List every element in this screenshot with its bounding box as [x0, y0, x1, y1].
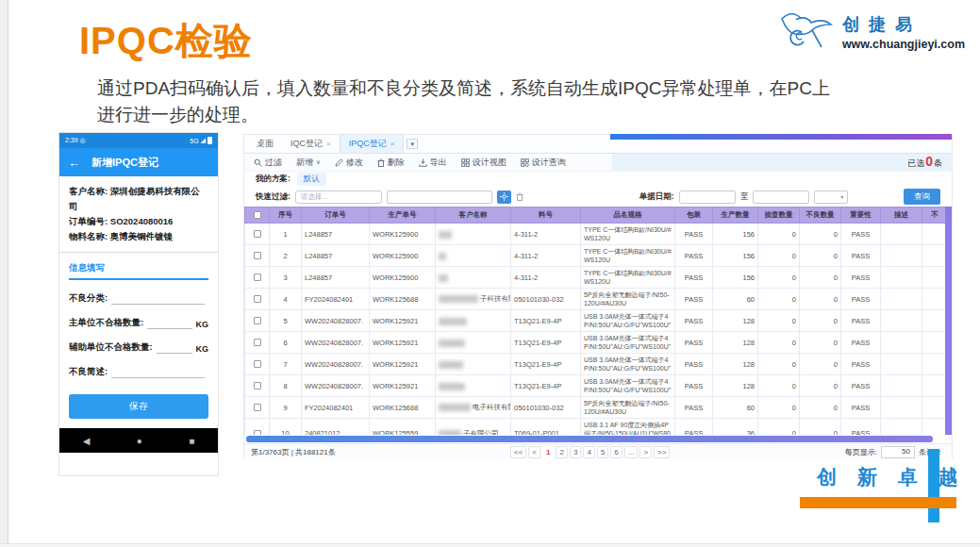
export-button[interactable]: 导出 [419, 157, 447, 169]
cell-spec: 5P反向全塑无翻边端子/NI50-120U/#AU30U [581, 289, 675, 310]
page-button[interactable]: 3 [570, 446, 581, 458]
page-size-input[interactable]: 50 [881, 446, 915, 458]
info-line: 订单编号: SO2024080016 [69, 214, 208, 229]
page-button[interactable]: 1 [542, 446, 554, 458]
cell-clipped [922, 354, 948, 375]
cell-order-no: L248857 [302, 245, 370, 267]
row-checkbox[interactable] [254, 295, 261, 303]
tab-item[interactable]: IQC登记× [282, 135, 340, 153]
table-row: 9FY2024082401WORK125688电子科技有限050101030-0… [245, 397, 948, 419]
row-checkbox[interactable] [254, 317, 261, 324]
delete-button[interactable]: 删除 [377, 157, 405, 169]
quick-filter-select[interactable]: 请选择... [295, 191, 382, 204]
cell-pack: PASS [675, 224, 713, 245]
redacted-customer-blur [439, 295, 478, 303]
row-checkbox[interactable] [254, 404, 261, 411]
cell-desc [881, 224, 922, 245]
toolbar: 过滤新增∨修改删除导出设计视图设计查询 已选0条 [244, 154, 952, 172]
date-preset-select[interactable]: ▾ [814, 191, 848, 204]
select-all-checkbox[interactable] [254, 211, 261, 219]
page-button[interactable]: 5 [597, 446, 608, 458]
date-from-input[interactable] [679, 191, 736, 204]
vertical-scrollbar[interactable] [945, 207, 952, 435]
page-button[interactable]: < [528, 446, 540, 458]
field-input-line[interactable] [147, 320, 191, 329]
nav-recents-icon[interactable]: ■ [189, 436, 194, 446]
page-button[interactable]: 6 [610, 446, 622, 458]
cell-result: PASS [841, 224, 881, 245]
quick-filter-input[interactable] [387, 191, 492, 204]
cell-pack: PASS [675, 375, 713, 397]
row-checkbox[interactable] [254, 430, 261, 436]
nav-back-icon[interactable]: ◀ [83, 436, 91, 446]
cell-part-no: T13Q21-E9-4P [511, 332, 581, 354]
save-button[interactable]: 保存 [69, 394, 208, 419]
cell-order-no: L248857 [302, 224, 370, 245]
row-checkbox[interactable] [254, 360, 261, 368]
design-query-button[interactable]: 设计查询 [521, 157, 566, 169]
page-button[interactable]: 4 [583, 446, 594, 458]
tab-item[interactable]: IPQC登记× [340, 135, 405, 153]
page-button[interactable]: 2 [556, 446, 567, 458]
clear-filter-trash-icon[interactable] [516, 192, 523, 201]
cell-clipped [922, 397, 948, 419]
gear-icon[interactable] [497, 191, 511, 204]
cell-part-no: T069-01-P001 [511, 419, 581, 436]
row-checkbox[interactable] [254, 382, 261, 390]
nav-home-icon[interactable]: ● [137, 436, 142, 446]
field-unit: KG [196, 320, 209, 329]
my-plan-value[interactable]: 默认 [297, 173, 326, 186]
cell-clipped [922, 289, 948, 310]
cell-sample-qty: 0 [758, 419, 800, 436]
cell-spec: USB 3.0AM壳体一体式端子4P/NI:50U"AU:G/FU"WS100U… [581, 354, 675, 375]
design-query-button-label: 设计查询 [532, 157, 566, 169]
cell-sample-qty: 0 [758, 289, 800, 310]
row-checkbox[interactable] [254, 274, 261, 281]
info-label: 客户名称: [69, 186, 110, 196]
row-checkbox[interactable] [254, 252, 261, 259]
cell-sample-qty: 0 [758, 224, 800, 245]
field-input-line[interactable] [111, 295, 205, 305]
cell-clipped [922, 419, 948, 436]
row-checkbox[interactable] [254, 339, 261, 346]
column-header: 序号 [270, 207, 302, 224]
query-button[interactable]: 查询 [904, 189, 940, 205]
back-arrow-icon[interactable]: ← [68, 156, 80, 170]
row-checkbox[interactable] [254, 230, 261, 238]
pencil-icon [335, 158, 343, 167]
field-input-line[interactable] [157, 344, 192, 354]
redacted-customer-blur [439, 383, 465, 390]
page-button[interactable]: << [510, 446, 526, 458]
page-button[interactable]: ... [624, 446, 639, 458]
section-title: 信息填写 [69, 262, 208, 280]
redacted-customer-blur [439, 231, 452, 239]
close-icon[interactable]: × [326, 140, 331, 148]
add-button[interactable]: 新增∨ [296, 157, 321, 169]
trash-icon [377, 158, 385, 167]
close-icon[interactable]: × [390, 140, 395, 148]
tab-item[interactable]: 桌面 [248, 135, 282, 153]
cell-sample-qty: 0 [758, 267, 800, 289]
table-row: 3L248857WORK1259004-311-2TYPE C一体结构B款/NI… [245, 267, 948, 289]
column-header: 重要性 [841, 207, 881, 224]
tab-list-dropdown[interactable]: ▾ [407, 139, 418, 149]
date-to-input[interactable] [753, 191, 809, 204]
design-view-button[interactable]: 设计视图 [461, 157, 507, 169]
field-input-line[interactable] [111, 369, 205, 378]
filter-button[interactable]: 过滤 [254, 157, 282, 169]
cell-sample-qty: 0 [758, 397, 800, 419]
horizontal-scrollbar[interactable] [246, 436, 933, 442]
redacted-customer-blur [439, 430, 461, 435]
cell-sample-qty: 0 [758, 354, 800, 375]
table-header-row: 序号订单号生产单号客户名称料号品名规格包装生产数量抽查数量不良数量重要性描述不 [245, 207, 948, 224]
date-to-label: 至 [740, 191, 749, 203]
page-button[interactable]: > [639, 446, 652, 458]
cell-prod-qty: 36 [713, 419, 758, 436]
cell-customer: 电子科技有限 [436, 397, 511, 419]
cell-spec: USB 3.0AM壳体一体式端子4P/NI:50U"AU:G/FU"WS100U… [581, 310, 675, 332]
edit-button[interactable]: 修改 [335, 157, 363, 169]
column-header: 品名规格 [581, 207, 675, 224]
my-plan-row: 我的方案: 默认 [244, 172, 952, 187]
cell-spec: USB 3.1 AF 90度正向侧插4P端子/NI50-150U/AU1U"WS… [581, 419, 675, 436]
page-button[interactable]: >> [654, 446, 670, 458]
